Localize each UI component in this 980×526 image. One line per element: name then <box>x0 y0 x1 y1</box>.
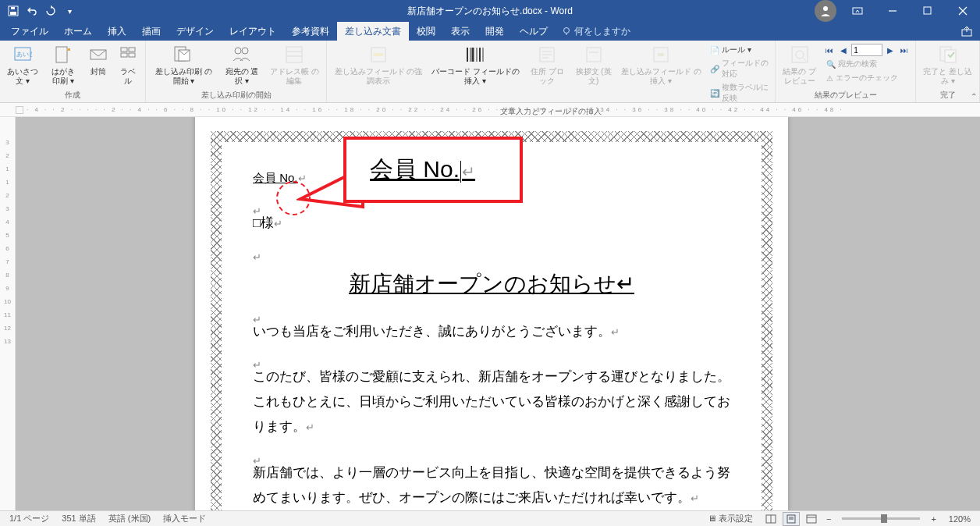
group-preview-label: 結果のプレビュー <box>779 88 912 102</box>
share-button[interactable] <box>953 22 980 41</box>
last-record-icon[interactable]: ⏭ <box>898 44 911 56</box>
finish-icon <box>937 44 959 66</box>
lightbulb-icon <box>562 27 571 36</box>
para2[interactable]: このたび、皆様のご愛顧に支えられ、新店舗をオープンする運びとなりました。これもひ… <box>253 369 730 435</box>
prev-record-icon[interactable]: ◀ <box>837 44 850 56</box>
title-bar: ▾ 新店舗オープンのお知らせ.docx - Word <box>0 0 980 22</box>
select-recipients-button[interactable]: 宛先の 選択 ▾ <box>220 42 264 88</box>
barcode-icon <box>464 44 486 66</box>
group-write: 差し込みフィールド の強調表示 バーコード フィールドの挿入 ▾ 住所 ブロック… <box>327 41 776 102</box>
close-icon[interactable] <box>945 0 980 22</box>
print-layout-icon[interactable] <box>783 512 800 526</box>
address-block-icon <box>536 44 558 66</box>
annotation-callout-box: 会員 No.↵ <box>343 137 523 203</box>
envelope-icon <box>87 44 109 66</box>
zoom-out-icon[interactable]: − <box>823 514 834 524</box>
collapse-ribbon-icon[interactable]: ⌃ <box>971 92 977 101</box>
maximize-icon[interactable] <box>910 0 945 22</box>
zoom-in-icon[interactable]: + <box>928 514 939 524</box>
tab-home[interactable]: ホーム <box>56 22 100 41</box>
edit-recipient-list-button: アドレス帳 の編集 <box>265 42 323 88</box>
barcode-field-button[interactable]: バーコード フィールドの挿入 ▾ <box>428 42 523 105</box>
save-icon[interactable] <box>5 2 22 20</box>
svg-rect-29 <box>374 53 383 56</box>
undo-icon[interactable] <box>23 2 41 20</box>
insert-merge-field-button: 差し込みフィールド の挿入 ▾ <box>617 42 705 105</box>
tab-layout[interactable]: レイアウト <box>222 22 284 41</box>
zoom-level[interactable]: 120% <box>943 514 977 524</box>
greeting-icon: あいさつ <box>12 44 34 66</box>
svg-rect-14 <box>56 47 67 62</box>
tab-review[interactable]: 校閲 <box>409 22 443 41</box>
svg-rect-19 <box>121 53 127 57</box>
tab-references[interactable]: 参考資料 <box>284 22 337 41</box>
tab-developer[interactable]: 開発 <box>478 22 512 41</box>
svg-rect-1 <box>10 12 16 15</box>
zoom-slider[interactable] <box>842 517 920 520</box>
zoom-thumb[interactable] <box>881 514 887 523</box>
tab-view[interactable]: 表示 <box>443 22 478 41</box>
update-labels-button: 🔄複数ラベルに反映 <box>707 81 772 105</box>
svg-rect-43 <box>658 53 664 56</box>
svg-rect-40 <box>587 48 601 62</box>
read-mode-icon[interactable] <box>762 512 779 526</box>
first-record-icon[interactable]: ⏮ <box>823 44 836 56</box>
status-words[interactable]: 351 単語 <box>55 513 101 524</box>
highlight-fields-button: 差し込みフィールド の強調表示 <box>330 42 426 105</box>
minimize-icon[interactable] <box>875 0 910 22</box>
ribbon-display-icon[interactable] <box>840 0 875 22</box>
tab-file[interactable]: ファイル <box>3 22 56 41</box>
tab-mailings[interactable]: 差し込み文書 <box>337 22 409 41</box>
tab-help[interactable]: ヘルプ <box>512 22 556 41</box>
hagaki-print-button[interactable]: はがき 印刷 ▾ <box>44 42 83 88</box>
update-labels-icon: 🔄 <box>710 89 719 98</box>
user-avatar[interactable] <box>815 0 836 22</box>
tab-insert[interactable]: 挿入 <box>100 22 134 41</box>
svg-line-46 <box>803 58 806 61</box>
match-fields-button: 🔗フィールドの対応 <box>707 57 772 80</box>
envelope-button[interactable]: 封筒 <box>84 42 112 88</box>
redo-icon[interactable] <box>42 2 59 20</box>
para1[interactable]: いつも当店をご利用いただき、誠にありがとうございます。 <box>253 324 611 339</box>
find-icon: 🔍 <box>826 60 836 69</box>
group-create-label: 作成 <box>3 88 142 102</box>
start-mm-icon <box>172 44 194 66</box>
status-page[interactable]: 1/1 ページ <box>3 513 55 524</box>
document-area[interactable]: 32112345678910111213 会員 No.↵ ↵ □様↵ ↵ 新店舗… <box>0 117 980 510</box>
qat-customize-icon[interactable]: ▾ <box>61 2 78 20</box>
display-settings[interactable]: 🖥 表示設定 <box>701 513 759 524</box>
tab-draw[interactable]: 描画 <box>134 22 169 41</box>
svg-point-24 <box>242 48 248 54</box>
label-button[interactable]: ラベル <box>114 42 142 88</box>
insert-field-icon <box>650 44 672 66</box>
group-start-label: 差し込み印刷の開始 <box>149 88 323 102</box>
find-recipient-button: 🔍宛先の検索 <box>823 58 911 70</box>
tell-me-search[interactable]: 何をしますか <box>562 22 630 41</box>
svg-point-9 <box>564 28 570 34</box>
tab-design[interactable]: デザイン <box>169 22 222 41</box>
display-icon: 🖥 <box>708 514 716 523</box>
highlight-icon <box>368 44 389 66</box>
status-insert-mode[interactable]: 挿入モード <box>157 513 212 524</box>
svg-rect-20 <box>129 53 135 57</box>
ribbon-tabs: ファイル ホーム 挿入 描画 デザイン レイアウト 参考資料 差し込み文書 校閲… <box>0 22 980 41</box>
record-number-input[interactable] <box>851 44 882 56</box>
next-record-icon[interactable]: ▶ <box>884 44 897 56</box>
web-layout-icon[interactable] <box>803 512 820 526</box>
group-finish-label: 完了 <box>919 88 976 102</box>
sama-text[interactable]: □様 <box>253 215 274 230</box>
svg-rect-15 <box>68 48 70 51</box>
svg-rect-6 <box>924 7 931 14</box>
check-icon: ⚠ <box>826 74 833 83</box>
status-language[interactable]: 英語 (米国) <box>102 513 157 524</box>
document-heading[interactable]: 新店舗オープンのお知らせ <box>349 272 616 296</box>
start-mail-merge-button[interactable]: 差し込み印刷 の開始 ▾ <box>149 42 218 88</box>
svg-rect-2 <box>11 7 15 9</box>
annotation-circle <box>276 181 311 215</box>
preview-icon <box>789 44 811 66</box>
vertical-ruler[interactable]: 32112345678910111213 <box>0 117 16 510</box>
check-errors-button: ⚠エラーのチェック <box>823 72 911 84</box>
greeting-text-button[interactable]: あいさつあいさつ 文 ▾ <box>3 42 42 88</box>
para3[interactable]: 新店舗では、より一層のサービス向上を目指し、快適な空間を提供できるよう努めてまい… <box>253 465 730 505</box>
status-bar: 1/1 ページ 351 単語 英語 (米国) 挿入モード 🖥 表示設定 − + … <box>0 510 980 526</box>
